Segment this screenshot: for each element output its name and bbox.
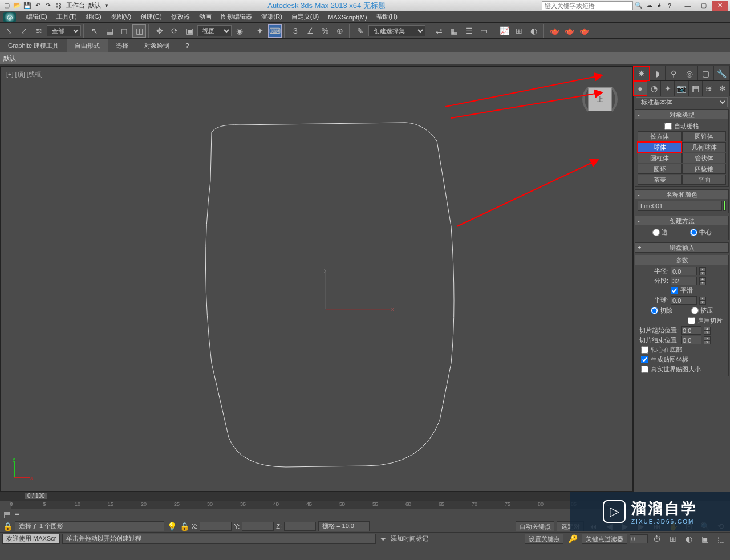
schematic-view-icon[interactable]: ⊞ — [512, 24, 526, 38]
smooth-checkbox[interactable] — [671, 287, 678, 294]
menu-help[interactable]: 帮助(H) — [372, 13, 402, 21]
percent-snap-icon[interactable]: % — [318, 24, 332, 38]
key-mode-icon[interactable]: 🔑 — [566, 532, 579, 546]
zoom-region-icon[interactable]: ⬚ — [714, 532, 728, 546]
ribbon-sub-default[interactable]: 默认 — [3, 54, 16, 63]
menu-rendering[interactable]: 渲染(R) — [257, 13, 287, 21]
rendered-frame-icon[interactable]: 🫖 — [562, 24, 576, 38]
snap-toggle-3-icon[interactable]: 3 — [289, 24, 302, 38]
teapot-button[interactable]: 茶壶 — [638, 175, 682, 185]
setkey-button[interactable]: 设置关键点 — [525, 534, 563, 544]
select-object-icon[interactable]: ↖ — [88, 24, 102, 38]
autokey-button[interactable]: 自动关键点 — [516, 521, 554, 531]
radius-up[interactable]: ▲ — [699, 267, 706, 271]
lights-subtab-icon[interactable]: ✦ — [661, 81, 675, 96]
box-button[interactable]: 长方体 — [638, 131, 682, 141]
rollout-header-object-type[interactable]: -对象类型 — [635, 110, 728, 119]
segs-up[interactable]: ▲ — [699, 277, 706, 281]
ref-coord-dropdown[interactable]: 视图 — [197, 25, 232, 36]
open-icon[interactable]: 📂 — [13, 1, 22, 10]
edit-named-selections-icon[interactable]: ✎ — [354, 24, 367, 38]
menu-edit[interactable]: 编辑(E) — [22, 13, 52, 21]
menu-modifiers[interactable]: 修改器 — [167, 13, 194, 21]
max-toggle-icon[interactable]: ▣ — [698, 532, 712, 546]
new-icon[interactable]: ▢ — [2, 1, 11, 10]
fov-icon[interactable]: ◐ — [682, 532, 696, 546]
space-warps-subtab-icon[interactable]: ≋ — [703, 81, 716, 96]
cylinder-button[interactable]: 圆柱体 — [638, 153, 682, 163]
select-move-icon[interactable]: ✥ — [153, 24, 167, 38]
rollout-header-params[interactable]: 参数 — [635, 255, 728, 265]
motion-tab-icon[interactable]: ◎ — [682, 66, 698, 80]
hemi-up[interactable]: ▲ — [699, 297, 706, 301]
ribbon-tab-graphite[interactable]: Graphite 建模工具 — [0, 39, 67, 52]
hemi-down[interactable]: ▼ — [699, 301, 706, 305]
hemisphere-input[interactable] — [671, 296, 697, 305]
render-production-icon[interactable]: 🫖 — [577, 24, 591, 38]
lock-selection-icon[interactable]: 🔒 — [2, 521, 13, 531]
cameras-subtab-icon[interactable]: 📷 — [675, 81, 688, 96]
spinner-snap-icon[interactable]: ⊕ — [333, 24, 347, 38]
material-editor-icon[interactable]: ◐ — [527, 24, 541, 38]
search-input[interactable] — [542, 1, 633, 10]
pivot-center-icon[interactable]: ◉ — [233, 24, 246, 38]
ribbon-toggle-icon[interactable]: ▭ — [477, 24, 490, 38]
align-icon[interactable]: ▦ — [447, 24, 461, 38]
geosphere-button[interactable]: 几何球体 — [682, 142, 726, 152]
ribbon-tab-object-paint[interactable]: 对象绘制 — [136, 39, 177, 52]
modify-tab-icon[interactable]: ◗ — [650, 66, 666, 80]
current-frame-input[interactable] — [630, 534, 648, 543]
squash-radio[interactable] — [691, 307, 699, 314]
select-link-icon[interactable]: ⤡ — [2, 24, 16, 38]
cone-button[interactable]: 圆锥体 — [682, 131, 726, 141]
menu-customize[interactable]: 自定义(U) — [287, 13, 323, 21]
menu-animation[interactable]: 动画 — [194, 13, 216, 21]
torus-button[interactable]: 圆环 — [638, 164, 682, 174]
helpers-subtab-icon[interactable]: ▦ — [689, 81, 703, 96]
center-radio[interactable] — [690, 229, 697, 236]
time-counter[interactable]: 0 / 100 — [25, 493, 47, 499]
save-icon[interactable]: 💾 — [23, 1, 32, 10]
ribbon-tab-selection[interactable]: 选择 — [108, 39, 136, 52]
slice-to-input[interactable] — [681, 336, 701, 344]
unlink-icon[interactable]: ⤢ — [17, 24, 31, 38]
menu-create[interactable]: 创建(C) — [136, 13, 166, 21]
menu-maxscript[interactable]: MAXScript(M) — [323, 14, 371, 21]
menu-group[interactable]: 组(G) — [82, 13, 106, 21]
menu-graph-editors[interactable]: 图形编辑器 — [216, 13, 257, 21]
create-tab-icon[interactable]: ✸ — [634, 66, 650, 80]
plane-button[interactable]: 平面 — [682, 175, 726, 185]
segments-input[interactable] — [671, 277, 697, 285]
hierarchy-tab-icon[interactable]: ⚲ — [666, 66, 682, 80]
coord-z-input[interactable] — [284, 522, 316, 531]
edge-radio[interactable] — [652, 229, 660, 236]
curve-editor-icon[interactable]: 📈 — [497, 24, 511, 38]
shapes-subtab-icon[interactable]: ◔ — [647, 81, 661, 96]
binoculars-icon[interactable]: 🔍 — [634, 1, 643, 10]
selection-filter-dropdown[interactable]: 全部 — [47, 25, 81, 36]
angle-snap-icon[interactable]: ∠ — [303, 24, 317, 38]
systems-subtab-icon[interactable]: ✻ — [716, 81, 730, 96]
select-manipulate-icon[interactable]: ✦ — [253, 24, 267, 38]
segs-down[interactable]: ▼ — [699, 281, 706, 285]
object-color-swatch[interactable] — [723, 201, 726, 211]
selection-lock-icon[interactable]: 🔒 — [179, 521, 189, 531]
radius-input[interactable] — [671, 267, 697, 275]
keyboard-shortcut-override-icon[interactable]: ⌨ — [268, 24, 282, 38]
viewport-top[interactable]: [+] [顶] [线框] 上 y x y x — [0, 66, 633, 492]
mirror-icon[interactable]: ⇄ — [432, 24, 446, 38]
help-icon[interactable]: ? — [665, 1, 674, 10]
time-tag-icon[interactable]: ⏷ — [378, 534, 388, 544]
tube-button[interactable]: 管状体 — [682, 153, 726, 163]
rollout-header-keyboard[interactable]: +键盘输入 — [635, 243, 728, 252]
key-filters-button[interactable]: 关键点过滤器 — [582, 534, 627, 544]
rollout-header-creation-method[interactable]: -创建方法 — [635, 216, 728, 225]
select-scale-icon[interactable]: ▣ — [182, 24, 196, 38]
star-icon[interactable]: ★ — [655, 1, 664, 10]
radius-down[interactable]: ▼ — [699, 271, 706, 275]
rollout-header-name-color[interactable]: -名称和颜色 — [635, 190, 728, 199]
zoom-all-icon[interactable]: ⊞ — [666, 532, 680, 546]
workspace-label[interactable]: 工作台: 默认 — [66, 1, 101, 10]
auto-grid-checkbox[interactable] — [664, 123, 672, 130]
window-crossing-icon[interactable]: ◫ — [132, 24, 146, 38]
